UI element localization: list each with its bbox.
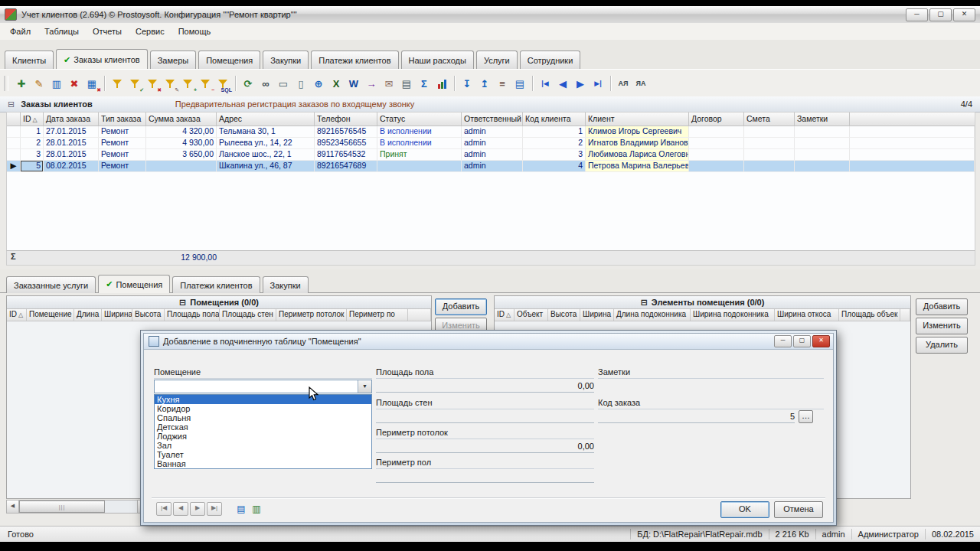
delete-filtered-icon[interactable]: ▦✖ [83,75,100,92]
add-room-button[interactable]: Добавить [435,298,487,315]
column-header[interactable]: Сумма заказа [146,112,217,126]
scroll-left-button[interactable]: ◀ [7,500,19,513]
maximize-button[interactable]: ▢ [929,8,952,21]
order-code-field[interactable]: 5 [598,410,795,423]
column-header[interactable]: Дата заказа [44,112,99,126]
edit-record-icon[interactable]: ✎ [31,75,47,92]
column-header[interactable]: Смета [744,112,795,126]
column-header[interactable]: Ширина [102,309,132,321]
room-combobox[interactable]: ▼ [154,380,372,393]
tab-active[interactable]: ✔Помещения [98,275,170,293]
find-icon[interactable]: ∞ [257,75,274,92]
menu-item[interactable]: Помощь [172,24,218,38]
dropdown-item[interactable]: Кухня [155,395,371,404]
tab-item[interactable]: Закупки [263,51,309,70]
nav-first-button[interactable]: |◀ [156,502,172,516]
dropdown-item[interactable]: Зал [155,441,371,450]
subtable-down-icon[interactable]: ↧ [459,75,475,92]
chart-icon[interactable] [433,75,450,92]
column-header[interactable]: Адрес [217,112,315,126]
menu-item[interactable]: Таблицы [38,24,86,38]
nav-prev-icon[interactable]: ◀ [554,75,571,92]
scrollbar-thumb[interactable]: ||| [19,500,105,513]
column-header[interactable]: Ширина [580,309,614,321]
add-record-icon[interactable]: ✚ [13,75,30,92]
dialog-export-icon[interactable]: ▥ [250,503,263,515]
print-preview-icon[interactable]: ▯ [292,75,309,92]
column-header[interactable]: ID△ [7,309,27,321]
export-excel-icon[interactable]: X [328,75,345,92]
column-header[interactable]: Ответственный [462,112,523,126]
dropdown-item[interactable]: Детская [155,422,371,432]
column-header[interactable]: Объект [514,309,548,321]
refresh-icon[interactable]: ⟳ [240,75,256,92]
nav-next-icon[interactable]: ▶ [572,75,589,92]
menu-item[interactable]: Сервис [129,24,172,38]
export-word-icon[interactable]: W [345,75,362,92]
nav-first-icon[interactable]: |◀ [537,75,554,92]
copy-record-icon[interactable]: ▥ [48,75,65,92]
dropdown-item[interactable]: Ванная [155,459,371,468]
export-html-icon[interactable]: ⊕ [310,75,327,92]
filter-sql-icon[interactable]: SQL [214,75,231,92]
dropdown-item[interactable]: Спальня [155,413,371,422]
subtable-up-icon[interactable]: ↥ [476,75,493,92]
field-value[interactable]: 0,00 [376,380,594,393]
column-header[interactable]: Телефон [315,112,377,126]
filter-exclude-icon[interactable]: − [197,75,214,92]
tab-item[interactable]: Клиенты [5,51,54,70]
delete-element-button[interactable]: Удалить [916,337,968,354]
order-code-lookup-button[interactable]: … [799,410,813,423]
dropdown-item[interactable]: Коридор [155,404,371,413]
sort-desc-icon[interactable]: ЯА [632,75,649,92]
column-header[interactable]: Площадь объек [839,309,900,321]
field-value[interactable] [376,470,594,483]
add-element-button[interactable]: Добавить [916,298,968,315]
toolbar-grip[interactable] [4,76,8,91]
tab-item[interactable]: Заказанные услуги [6,276,96,293]
column-header[interactable]: Периметр потолок [276,309,347,321]
tab-item[interactable]: Услуги [476,51,518,70]
tab-active[interactable]: ✔Заказы клиентов [56,49,148,70]
send-mail-icon[interactable]: ✉ [381,75,397,92]
dialog-minimize-button[interactable]: ─ [774,335,792,347]
field-value[interactable]: 0,00 [376,440,594,453]
edit-element-button[interactable]: Изменить [916,318,968,334]
dialog-maximize-button[interactable]: ▢ [793,335,811,347]
column-header[interactable]: Площадь стен [220,309,276,321]
table-row[interactable]: 328.01.2015Ремонт3 650,00Ланское шос., 2… [7,149,975,161]
column-header[interactable]: Код клиента [523,112,586,126]
column-header[interactable]: Высота [132,309,165,321]
close-button[interactable]: ✕ [953,8,975,21]
column-header[interactable]: Клиент [586,112,689,126]
horizontal-scrollbar[interactable]: ◀ ||| ▶ [6,500,150,514]
column-header[interactable]: ID△ [495,309,514,321]
delete-record-icon[interactable]: ✖ [66,75,83,92]
column-header[interactable]: Тип заказа [99,112,146,126]
column-header[interactable]: ID△ [21,112,44,126]
nav-next-button[interactable]: ▶ [190,502,205,516]
column-header[interactable]: Периметр по [347,309,408,321]
tab-item[interactable]: Закупки [263,276,309,293]
column-header[interactable]: Статус [377,112,462,126]
column-header[interactable]: Ширина откоса [775,309,839,321]
collapse-icon[interactable]: ⊟ [8,99,15,109]
table-row[interactable]: 228.01.2015Ремонт4 930,00Рылеева ул., 14… [7,138,975,149]
filter-icon[interactable] [109,75,126,92]
card-view-icon[interactable]: ▤ [511,75,528,92]
nav-prev-button[interactable]: ◀ [173,502,188,516]
tab-item[interactable]: Сотрудники [520,51,581,70]
dropdown-item[interactable]: Лоджия [155,432,371,441]
tab-item[interactable]: Наши расходы [401,51,474,70]
column-header[interactable]: Ширина подоконника [691,309,775,321]
tree-view-icon[interactable]: ≡ [494,75,511,92]
elements-panel-header[interactable]: ⊟ Элементы помещения (0/0) [495,296,910,309]
minimize-button[interactable]: ─ [906,8,928,21]
dialog-form-icon[interactable]: ▤ [234,503,248,515]
table-row[interactable]: ▶508.02.2015РемонтШкапина ул., 46, 87892… [7,161,975,172]
column-header[interactable]: Длина [74,309,102,321]
nav-last-icon[interactable]: ▶| [590,75,606,92]
filter-clear-icon[interactable]: ✖ [144,75,161,92]
totals-icon[interactable]: Σ [416,75,433,92]
column-header[interactable]: Договор [689,112,744,126]
